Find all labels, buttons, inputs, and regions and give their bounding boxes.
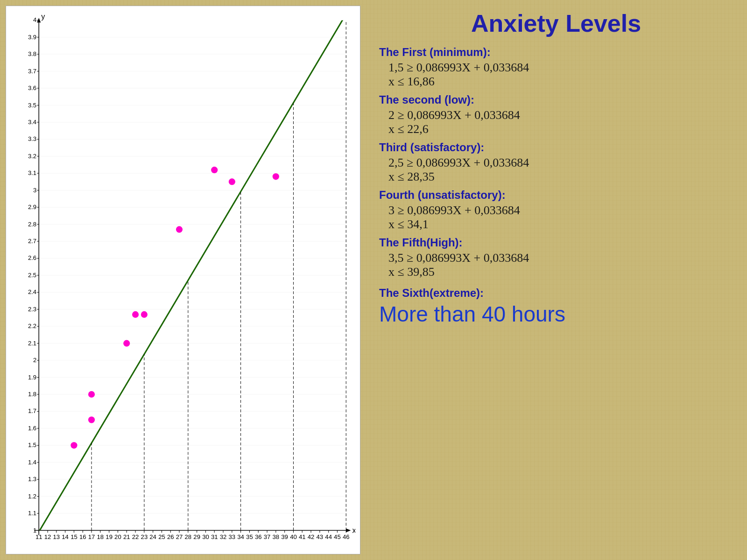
level-2-section: The second (low): 2 ≥ 0,086993X + 0,0336… <box>379 93 733 136</box>
svg-text:24: 24 <box>149 533 156 540</box>
level-3-condition: x ≤ 28,35 <box>388 170 733 184</box>
level-1-section: The First (minimum): 1,5 ≥ 0,086993X + 0… <box>379 46 733 89</box>
svg-text:37: 37 <box>264 533 271 540</box>
level-3-section: Third (satisfactory): 2,5 ≥ 0,086993X + … <box>379 141 733 184</box>
svg-text:3.3: 3.3 <box>28 135 36 142</box>
svg-text:44: 44 <box>325 533 332 540</box>
svg-text:19: 19 <box>106 533 113 540</box>
svg-text:3: 3 <box>33 187 36 194</box>
svg-point-180 <box>88 417 95 423</box>
level-6-section: The Sixth(extreme): More than 40 hours <box>379 284 733 327</box>
level-2-formula: 2 ≥ 0,086993X + 0,033684 <box>388 108 733 122</box>
level-4-condition: x ≤ 34,1 <box>388 217 733 231</box>
svg-text:35: 35 <box>246 533 253 540</box>
svg-text:1.5: 1.5 <box>28 441 36 448</box>
svg-text:31: 31 <box>211 533 218 540</box>
svg-text:27: 27 <box>176 533 183 540</box>
svg-text:3.2: 3.2 <box>28 153 36 160</box>
svg-text:1: 1 <box>33 527 36 534</box>
svg-text:33: 33 <box>229 533 236 540</box>
svg-text:22: 22 <box>132 533 139 540</box>
level-1-formula: 1,5 ≥ 0,086993X + 0,033684 <box>388 61 733 75</box>
svg-text:43: 43 <box>317 533 324 540</box>
svg-text:13: 13 <box>53 533 60 540</box>
svg-text:2.4: 2.4 <box>28 288 36 295</box>
svg-point-187 <box>273 173 279 180</box>
svg-text:42: 42 <box>308 533 315 540</box>
svg-text:1.9: 1.9 <box>28 374 36 381</box>
svg-point-182 <box>132 311 139 318</box>
level-5-formula: 3,5 ≥ 0,086993X + 0,033684 <box>388 251 733 265</box>
level-1-condition: x ≤ 16,86 <box>388 75 733 89</box>
svg-text:4: 4 <box>33 16 36 23</box>
svg-point-183 <box>141 311 148 318</box>
level-1-heading: The First (minimum): <box>379 46 733 59</box>
svg-point-186 <box>229 178 235 185</box>
level-4-formula: 3 ≥ 0,086993X + 0,033684 <box>388 203 733 217</box>
svg-text:2.6: 2.6 <box>28 254 36 261</box>
chart-svg: y x 1 1.1 1.2 1.3 1.4 1.5 1.6 1.7 1.8 1.… <box>11 11 355 549</box>
svg-text:32: 32 <box>220 533 227 540</box>
svg-text:3.7: 3.7 <box>28 68 36 75</box>
svg-text:16: 16 <box>79 533 86 540</box>
svg-text:1.3: 1.3 <box>28 476 36 483</box>
level-3-formula: 2,5 ≥ 0,086993X + 0,033684 <box>388 156 733 170</box>
svg-text:3.1: 3.1 <box>28 169 36 176</box>
svg-text:2.2: 2.2 <box>28 322 36 329</box>
svg-point-179 <box>88 391 95 398</box>
svg-text:1.2: 1.2 <box>28 493 36 500</box>
level-4-section: Fourth (unsatisfactory): 3 ≥ 0,086993X +… <box>379 189 733 231</box>
svg-text:39: 39 <box>281 533 288 540</box>
svg-text:1.6: 1.6 <box>28 425 36 432</box>
svg-text:2: 2 <box>33 357 36 364</box>
svg-text:y: y <box>41 12 45 21</box>
svg-text:3.8: 3.8 <box>28 50 36 57</box>
svg-text:12: 12 <box>44 533 51 540</box>
svg-text:21: 21 <box>123 533 130 540</box>
svg-text:26: 26 <box>167 533 174 540</box>
level-6-value: More than 40 hours <box>379 301 733 327</box>
svg-text:2.9: 2.9 <box>28 203 36 210</box>
svg-text:38: 38 <box>272 533 279 540</box>
svg-text:x: x <box>352 526 355 534</box>
level-5-section: The Fifth(High): 3,5 ≥ 0,086993X + 0,033… <box>379 236 733 279</box>
svg-text:14: 14 <box>62 533 69 540</box>
level-2-heading: The second (low): <box>379 93 733 106</box>
chart-panel: y x 1 1.1 1.2 1.3 1.4 1.5 1.6 1.7 1.8 1.… <box>6 6 360 554</box>
svg-point-181 <box>123 340 130 347</box>
svg-text:17: 17 <box>88 533 95 540</box>
svg-text:46: 46 <box>343 533 350 540</box>
svg-text:2.7: 2.7 <box>28 238 36 245</box>
svg-text:23: 23 <box>141 533 148 540</box>
level-5-condition: x ≤ 39,85 <box>388 265 733 279</box>
svg-text:2.1: 2.1 <box>28 340 36 347</box>
level-4-heading: Fourth (unsatisfactory): <box>379 189 733 202</box>
svg-point-185 <box>211 167 218 173</box>
svg-text:15: 15 <box>70 533 78 540</box>
svg-text:30: 30 <box>202 533 209 540</box>
svg-point-178 <box>70 442 77 448</box>
svg-rect-1 <box>13 11 353 549</box>
svg-text:28: 28 <box>185 533 192 540</box>
svg-text:45: 45 <box>334 533 341 540</box>
level-2-condition: x ≤ 22,6 <box>388 122 733 136</box>
svg-text:3.6: 3.6 <box>28 84 36 91</box>
svg-text:11: 11 <box>35 533 42 540</box>
svg-text:20: 20 <box>114 533 121 540</box>
svg-text:29: 29 <box>193 533 200 540</box>
level-5-heading: The Fifth(High): <box>379 236 733 249</box>
svg-text:3.5: 3.5 <box>28 102 36 109</box>
info-panel: Anxiety Levels The First (minimum): 1,5 … <box>365 0 747 560</box>
svg-text:36: 36 <box>255 533 262 540</box>
svg-text:1.7: 1.7 <box>28 407 36 414</box>
svg-point-184 <box>176 226 183 233</box>
svg-text:41: 41 <box>299 533 306 540</box>
svg-text:34: 34 <box>237 533 244 540</box>
svg-text:40: 40 <box>290 533 297 540</box>
svg-text:18: 18 <box>97 533 104 540</box>
svg-text:2.8: 2.8 <box>28 221 36 228</box>
chart-title: Anxiety Levels <box>379 9 733 37</box>
svg-text:25: 25 <box>158 533 165 540</box>
svg-text:3.4: 3.4 <box>28 119 36 126</box>
svg-text:1.8: 1.8 <box>28 391 36 398</box>
